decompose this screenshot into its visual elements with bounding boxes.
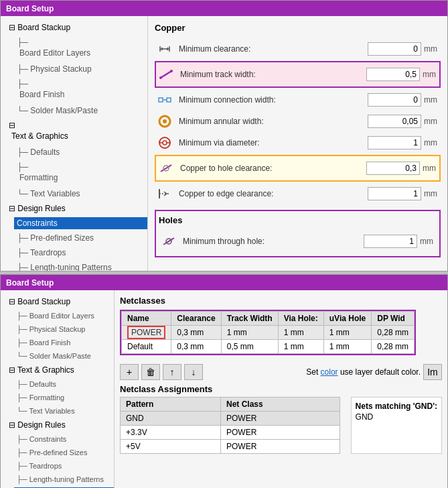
sidebar-item-length-tuning[interactable]: ├─ Length-tuning Patterns xyxy=(1,260,147,271)
sidebar-item-board-editor-layers[interactable]: ├─ Board Editor Layers xyxy=(1,35,147,62)
min-conn-width-input[interactable] xyxy=(368,93,421,107)
default-name: Default xyxy=(122,340,171,354)
sidebar-item-design-rules[interactable]: ⊟ Design Rules xyxy=(1,201,147,216)
power-track-width: 1 mm xyxy=(221,326,278,340)
conn-width-icon xyxy=(155,92,175,108)
delete-netclass-button[interactable]: 🗑 xyxy=(141,364,160,380)
default-uvia-hole: 1 mm xyxy=(323,340,371,354)
bottom-sidebar: ⊟ Board Stackup ├─ Board Editor Layers ├… xyxy=(1,290,115,488)
table-row-power[interactable]: POWER 0,3 mm 1 mm 1 mm 1 mm 0,28 mm xyxy=(122,326,415,340)
netclasses-table: Name Clearance Track Width Via Hole: uVi… xyxy=(121,311,415,354)
bottom-board-setup-panel: Board Setup ⊟ Board Stackup ├─ Board Edi… xyxy=(0,274,448,488)
svg-rect-6 xyxy=(159,98,163,102)
svg-point-12 xyxy=(163,141,167,145)
top-board-setup-panel: Board Setup ⊟ Board Stackup ├─ Board Edi… xyxy=(0,0,448,271)
netclasses-toolbar: + 🗑 ↑ ↓ Set color use layer default colo… xyxy=(120,364,442,380)
min-via-label: Minimum via diameter: xyxy=(179,138,368,147)
assign-pattern-3v3: +3.3V xyxy=(121,426,221,440)
min-annular-input[interactable] xyxy=(368,115,421,128)
min-via-unit: mm xyxy=(424,138,441,147)
color-link[interactable]: color xyxy=(321,367,338,377)
table-row-default[interactable]: Default 0,3 mm 0,5 mm 1 mm 1 mm 0,28 mm xyxy=(122,340,415,354)
top-sidebar: ⊟ Board Stackup ├─ Board Editor Layers ├… xyxy=(1,16,148,271)
bottom-sidebar-board-finish[interactable]: ├─ Board Finish xyxy=(1,336,114,349)
copper-hole-clearance-input[interactable] xyxy=(366,162,420,175)
min-via-input[interactable] xyxy=(368,136,421,149)
min-conn-width-label: Minimum connection width: xyxy=(179,95,368,105)
default-track-width: 0,5 mm xyxy=(221,340,278,354)
sidebar-item-formatting[interactable]: ├─ Formatting xyxy=(1,160,147,186)
top-panel-title: Board Setup xyxy=(6,4,54,13)
bottom-sidebar-formatting[interactable]: ├─ Formatting xyxy=(1,391,114,404)
min-through-hole-input[interactable] xyxy=(364,235,417,248)
assignments-table-container: Pattern Net Class GND POWER +3 xyxy=(120,397,340,454)
copper-edge-input[interactable] xyxy=(368,187,421,200)
assign-class-gnd: POWER xyxy=(221,412,340,426)
col-clearance: Clearance xyxy=(171,312,221,326)
min-clearance-input[interactable] xyxy=(368,42,421,56)
col-name: Name xyxy=(122,312,171,326)
min-track-width-unit: mm xyxy=(423,70,439,79)
top-content-area: Copper Minimum clearance: mm xyxy=(148,16,447,271)
constraint-row-min-via: Minimum via diameter: mm xyxy=(155,132,441,154)
sidebar-item-board-finish[interactable]: ├─ Board Finish xyxy=(1,76,147,103)
assign-class-3v3: POWER xyxy=(221,426,340,440)
svg-point-10 xyxy=(163,119,167,123)
constraint-row-min-through-hole: Minimum through hole: mm xyxy=(159,231,437,252)
bottom-sidebar-solder-mask[interactable]: └─ Solder Mask/Paste xyxy=(1,349,114,363)
bottom-content-area: Netclasses Name Clearance Track Width Vi… xyxy=(115,290,447,488)
add-netclass-button[interactable]: + xyxy=(120,364,139,380)
move-up-button[interactable]: ↑ xyxy=(163,364,181,380)
track-width-icon xyxy=(156,66,176,82)
bottom-sidebar-physical-stackup[interactable]: ├─ Physical Stackup xyxy=(1,322,114,336)
col-dp-width: DP Wid xyxy=(372,312,415,326)
assign-row-gnd[interactable]: GND POWER xyxy=(121,412,340,426)
col-via-hole: Via Hole: xyxy=(278,312,323,326)
sidebar-item-constraints[interactable]: Constraints xyxy=(1,216,147,231)
default-dp-width: 0,28 mm xyxy=(372,340,415,354)
bottom-sidebar-length-tuning[interactable]: ├─ Length-tuning Patterns xyxy=(1,473,114,486)
nets-matching-title: Nets matching 'GND': xyxy=(356,402,437,411)
bottom-sidebar-board-editor-layers[interactable]: ├─ Board Editor Layers xyxy=(1,309,114,322)
sidebar-item-pre-defined-sizes[interactable]: ├─ Pre-defined Sizes xyxy=(1,231,147,245)
bottom-sidebar-constraints[interactable]: ├─ Constraints xyxy=(1,432,114,446)
nets-matching-value: GND xyxy=(356,412,437,422)
sidebar-item-defaults[interactable]: ├─ Defaults xyxy=(1,145,147,160)
bottom-sidebar-text-variables[interactable]: └─ Text Variables xyxy=(1,404,114,418)
assign-row-3v3[interactable]: +3.3V POWER xyxy=(121,426,340,440)
bottom-main-container: ⊟ Board Stackup ├─ Board Editor Layers ├… xyxy=(1,290,447,488)
bottom-sidebar-pre-defined[interactable]: ├─ Pre-defined Sizes xyxy=(1,446,114,459)
copper-hole-clearance-unit: mm xyxy=(423,164,439,173)
min-through-hole-label: Minimum through hole: xyxy=(183,237,364,246)
sidebar-item-teardrops[interactable]: ├─ Teardrops xyxy=(1,245,147,260)
bottom-sidebar-board-stackup[interactable]: ⊟ Board Stackup xyxy=(1,294,114,309)
assignments-table: Pattern Net Class GND POWER +3 xyxy=(120,397,340,454)
svg-point-5 xyxy=(170,70,173,72)
netclasses-title: Netclasses xyxy=(120,296,442,306)
top-main-container: ⊟ Board Stackup ├─ Board Editor Layers ├… xyxy=(1,16,447,271)
assignments-title: Netclass Assignments xyxy=(120,384,442,394)
bottom-sidebar-text-graphics[interactable]: ⊟ Text & Graphics xyxy=(1,363,114,377)
bottom-sidebar-defaults[interactable]: ├─ Defaults xyxy=(1,377,114,391)
import-button[interactable]: Im xyxy=(423,364,442,380)
move-down-button[interactable]: ↓ xyxy=(184,364,203,380)
sidebar-item-physical-stackup[interactable]: ├─ Physical Stackup xyxy=(1,62,147,76)
assign-row-5v[interactable]: +5V POWER xyxy=(121,440,340,454)
copper-edge-label: Copper to edge clearance: xyxy=(179,189,368,198)
sidebar-item-solder-mask[interactable]: └─ Solder Mask/Paste xyxy=(1,103,147,118)
bottom-panel-title: Board Setup xyxy=(6,278,54,288)
constraint-row-min-annular: Minimum annular width: mm xyxy=(155,111,441,132)
col-track-width: Track Width xyxy=(221,312,278,326)
copper-hole-clearance-label: Copper to hole clearance: xyxy=(180,164,366,173)
bottom-sidebar-teardrops[interactable]: ├─ Teardrops xyxy=(1,459,114,473)
min-track-width-input[interactable] xyxy=(366,68,420,81)
power-dp-width: 0,28 mm xyxy=(372,326,415,340)
svg-point-4 xyxy=(159,76,162,79)
sidebar-item-text-graphics[interactable]: ⊟ Text & Graphics xyxy=(1,118,147,145)
bottom-sidebar-design-rules[interactable]: ⊟ Design Rules xyxy=(1,418,114,432)
constraint-row-min-clearance: Minimum clearance: mm xyxy=(155,38,441,60)
min-conn-width-unit: mm xyxy=(424,95,441,105)
sidebar-item-board-stackup[interactable]: ⊟ Board Stackup xyxy=(1,20,147,35)
sidebar-item-text-variables[interactable]: └─ Text Variables xyxy=(1,186,147,201)
assign-pattern-gnd: GND xyxy=(121,412,221,426)
